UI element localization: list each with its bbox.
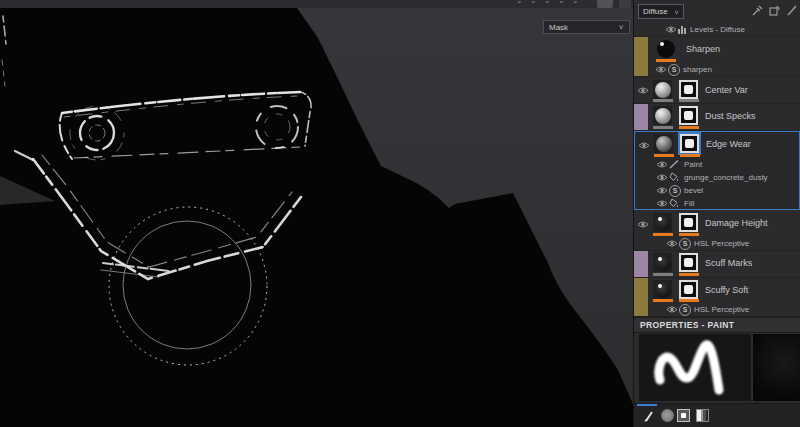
pencil-icon[interactable] xyxy=(785,4,798,17)
channel-dropdown[interactable]: Diffuse ∨ xyxy=(638,4,684,19)
mask-thumbnail[interactable] xyxy=(679,280,698,299)
mask-indicator xyxy=(679,99,699,102)
toolbar-caret-icon[interactable]: ⌄ xyxy=(530,0,537,5)
mask-thumbnail[interactable] xyxy=(679,106,698,125)
viewport-render xyxy=(0,8,633,427)
properties-header-label: PROPERTIES - PAINT xyxy=(640,320,734,330)
layer-thumbnail[interactable] xyxy=(653,106,672,125)
layers-toolbar: Diffuse ∨ xyxy=(634,0,800,22)
gradient-tab-icon[interactable] xyxy=(696,409,709,422)
brush-stroke-image xyxy=(639,334,751,401)
visibility-eye-icon[interactable] xyxy=(656,199,668,208)
chevron-down-icon: ∨ xyxy=(674,8,679,14)
mask-thumbnail[interactable] xyxy=(679,80,698,99)
material-picker-icon[interactable] xyxy=(751,4,764,17)
effect-row-paint[interactable]: Paint xyxy=(635,158,799,171)
effect-row-grunge[interactable]: grunge_concrete_dusty xyxy=(635,171,799,184)
layer-label: Center Var xyxy=(705,85,748,95)
visibility-eye-icon[interactable] xyxy=(656,173,668,182)
mask-thumbnail[interactable] xyxy=(679,213,698,232)
effect-row-hsl-perceptive[interactable]: S HSL Perceptive xyxy=(634,303,800,317)
visibility-eye-icon[interactable] xyxy=(655,65,667,74)
group-color-stripe[interactable] xyxy=(634,104,648,130)
layer-label: Sharpen xyxy=(686,44,720,54)
layer-thumbnail[interactable] xyxy=(656,39,675,58)
mask-indicator xyxy=(679,126,699,129)
mask-channel-dropdown[interactable]: Mask ∨ xyxy=(543,20,630,34)
app-toolbar-clipped: ⌄ ⌄ ⌄ ⌄ ⌄ xyxy=(0,0,633,8)
material-preview[interactable] xyxy=(753,334,800,401)
effect-row-hsl-perceptive[interactable]: S HSL Perceptive xyxy=(634,237,800,251)
toolbar-button[interactable] xyxy=(619,0,631,8)
effect-label: grunge_concrete_dusty xyxy=(684,173,768,182)
visibility-eye-icon[interactable] xyxy=(637,220,649,229)
visibility-eye-icon[interactable] xyxy=(638,141,650,150)
toolbar-caret-icon[interactable]: ⌄ xyxy=(516,0,523,5)
layer-row-scuffy-soft[interactable]: Scuffy Soft xyxy=(634,278,800,303)
layer-label: Scuffy Soft xyxy=(705,285,748,295)
toolbar-caret-icon[interactable]: ⌄ xyxy=(558,0,565,5)
visibility-eye-icon[interactable] xyxy=(665,25,677,34)
group-color-stripe[interactable] xyxy=(634,37,648,76)
fill-bucket-icon xyxy=(669,172,679,182)
visibility-eye-icon[interactable] xyxy=(656,160,668,169)
mask-indicator xyxy=(679,273,699,276)
layer-thumbnail[interactable] xyxy=(654,134,673,153)
filter-icon: S xyxy=(669,185,681,197)
filter-icon: S xyxy=(679,304,691,316)
layer-thumbnail[interactable] xyxy=(653,253,672,272)
content-indicator xyxy=(653,99,673,102)
histogram-icon xyxy=(678,25,687,34)
layer-label: Dust Specks xyxy=(705,111,756,121)
toolbar-button-active[interactable] xyxy=(597,0,613,8)
group-color-stripe[interactable] xyxy=(634,251,648,277)
layer-row-levels-diffuse[interactable]: Levels - Diffuse xyxy=(634,22,800,37)
properties-tab-bar xyxy=(634,403,800,427)
effect-row-bevel[interactable]: S bevel xyxy=(635,184,799,197)
effect-label: Levels - Diffuse xyxy=(690,25,745,34)
layer-row-center-var[interactable]: Center Var xyxy=(634,78,800,104)
mask-thumbnail[interactable] xyxy=(679,253,698,272)
brush-tab-icon[interactable] xyxy=(642,409,656,423)
layer-label: Edge Wear xyxy=(706,139,751,149)
layer-row-scuff-marks[interactable]: Scuff Marks xyxy=(634,251,800,278)
content-indicator xyxy=(654,154,674,157)
effect-label: Fill xyxy=(684,199,694,208)
group-color-stripe[interactable] xyxy=(634,278,648,316)
chevron-down-icon: ∨ xyxy=(618,23,624,30)
content-indicator xyxy=(653,273,673,276)
effect-label: bevel xyxy=(684,186,703,195)
layer-group-edge-wear-selected[interactable]: Edge Wear Paint xyxy=(634,131,800,210)
mask-indicator xyxy=(680,154,700,157)
content-indicator xyxy=(653,233,673,236)
layer-row-sharpen[interactable]: Sharpen xyxy=(634,37,800,63)
layer-thumbnail[interactable] xyxy=(653,80,672,99)
effect-label: Paint xyxy=(684,160,702,169)
toolbar-caret-icon[interactable]: ⌄ xyxy=(544,0,551,5)
active-tab-indicator xyxy=(637,404,657,406)
stamp-icon[interactable] xyxy=(768,4,781,17)
layers-panel: Diffuse ∨ Levels - Diffuse xyxy=(633,0,800,427)
visibility-eye-icon[interactable] xyxy=(637,86,649,95)
mask-thumbnail-selected[interactable] xyxy=(680,134,699,153)
filter-icon: S xyxy=(668,64,680,76)
effect-label: HSL Perceptive xyxy=(694,305,749,314)
toolbar-caret-icon[interactable]: ⌄ xyxy=(572,0,579,5)
effect-row-fill[interactable]: Fill xyxy=(635,197,799,210)
visibility-eye-icon[interactable] xyxy=(656,186,668,195)
brush-stroke-preview[interactable] xyxy=(639,334,751,401)
fill-bucket-icon xyxy=(669,198,679,208)
channel-dropdown-value: Diffuse xyxy=(643,7,668,16)
alpha-speckle-tab-icon[interactable] xyxy=(661,409,674,422)
effect-row-sharpen[interactable]: S sharpen xyxy=(634,63,800,77)
visibility-eye-icon[interactable] xyxy=(666,305,678,314)
stencil-tab-icon[interactable] xyxy=(677,409,690,422)
layer-thumbnail[interactable] xyxy=(653,280,672,299)
layer-row-dust-specks[interactable]: Dust Specks xyxy=(634,104,800,131)
layer-thumbnail[interactable] xyxy=(653,213,672,232)
paint-stroke-icon xyxy=(669,159,679,169)
layer-label: Scuff Marks xyxy=(705,258,752,268)
layer-row-damage-height[interactable]: Damage Height xyxy=(634,211,800,237)
visibility-eye-icon[interactable] xyxy=(666,239,678,248)
viewport-3d[interactable]: Mask ∨ xyxy=(0,8,633,427)
